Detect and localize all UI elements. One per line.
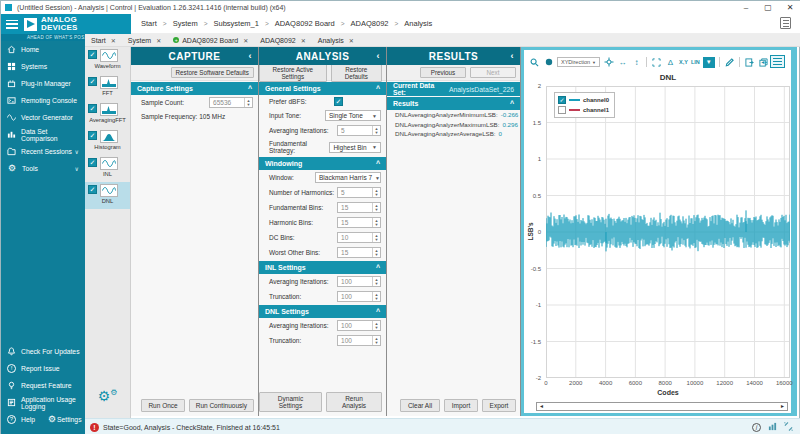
- sidebar-item-help[interactable]: ? Help: [7, 411, 35, 428]
- legend-item-channel1[interactable]: channel1: [558, 105, 609, 115]
- run-continuously-button[interactable]: Run Continuously: [189, 399, 254, 412]
- number-of-harmonics-spinner[interactable]: 5 ▲▼: [337, 187, 381, 198]
- plot-area[interactable]: ✓ channel0 channel1: [546, 86, 790, 378]
- import-button[interactable]: Import: [444, 399, 478, 412]
- window-dropdown[interactable]: Blackman Harris 7 ▼: [315, 172, 381, 183]
- layout-resize-icon[interactable]: [784, 422, 793, 433]
- xy-mode-label[interactable]: X,Y: [679, 59, 688, 65]
- xy-direction-button[interactable]: XYDirection ▼: [557, 57, 600, 67]
- chart-menu-button[interactable]: [770, 55, 785, 68]
- spinner-arrows-icon[interactable]: ▲▼: [244, 98, 252, 107]
- inl-settings-section[interactable]: INL Settings: [265, 264, 306, 271]
- dc-bins-spinner[interactable]: 10 ▲▼: [337, 232, 381, 243]
- breadcrumb-item[interactable]: Subsystem_1: [213, 19, 258, 28]
- breadcrumb-item[interactable]: ADAQ8092: [351, 19, 389, 28]
- averagingfft-checkbox[interactable]: ✓: [88, 104, 97, 113]
- dnl-checkbox[interactable]: ✓: [88, 185, 97, 194]
- close-tab-icon[interactable]: ✕: [156, 37, 161, 44]
- collapse-section-icon[interactable]: ^: [376, 308, 380, 315]
- inl-checkbox[interactable]: ✓: [88, 158, 97, 167]
- tab-start[interactable]: Start ✕: [91, 37, 116, 44]
- tray-item-histogram[interactable]: ✓ Histogram: [85, 128, 130, 155]
- tray-settings-gear-icon[interactable]: ⚙⚙: [85, 388, 130, 404]
- restore-software-defaults-button[interactable]: Restore Software Defaults: [171, 67, 255, 78]
- next-button[interactable]: Next: [470, 67, 516, 78]
- sidebar-item-plugin-manager[interactable]: Plug-in Manager: [1, 75, 85, 92]
- sidebar-item-systems[interactable]: Systems: [1, 58, 85, 75]
- info-icon[interactable]: i: [752, 423, 761, 432]
- vertical-zoom-icon[interactable]: ↕: [631, 57, 642, 68]
- sidebar-item-report-issue[interactable]: ! Report Issue: [1, 360, 85, 377]
- collapse-section-icon[interactable]: ^: [376, 264, 380, 271]
- collapse-section-icon[interactable]: ^: [510, 100, 514, 107]
- spinner-arrows-icon[interactable]: ▲▼: [372, 218, 380, 227]
- close-tab-icon[interactable]: ✕: [301, 37, 306, 44]
- sidebar-item-tools[interactable]: ⚙ Tools ∨: [1, 160, 85, 177]
- inl-truncation-spinner[interactable]: 100 ▲▼: [337, 291, 381, 302]
- zoom-icon[interactable]: [529, 57, 540, 68]
- box-zoom-icon[interactable]: Δ: [665, 57, 676, 68]
- expand-icon[interactable]: [651, 57, 662, 68]
- spinner-arrows-icon[interactable]: ▲▼: [372, 336, 380, 345]
- tray-item-averagingfft[interactable]: ✓ AveragingFFT: [85, 101, 130, 128]
- sidebar-item-remoting-console[interactable]: Remoting Console: [1, 92, 85, 109]
- spinner-arrows-icon[interactable]: ▲▼: [372, 248, 380, 257]
- spinner-arrows-icon[interactable]: ▲▼: [372, 292, 380, 301]
- spinner-arrows-icon[interactable]: ▲▼: [372, 126, 380, 135]
- tab-analysis[interactable]: Analysis ✕: [318, 37, 354, 44]
- collapse-section-icon[interactable]: ^: [248, 85, 252, 92]
- pan-icon[interactable]: [603, 57, 614, 68]
- general-settings-section[interactable]: General Settings: [265, 85, 321, 92]
- waveform-checkbox[interactable]: ✓: [88, 50, 97, 59]
- spinner-arrows-icon[interactable]: ▲▼: [372, 233, 380, 242]
- tab-adaq8092-board[interactable]: + ADAQ8092 Board ✕: [173, 37, 248, 44]
- sidebar-item-data-set-comparison[interactable]: Data Set Comparison: [1, 126, 85, 143]
- fundamental-bins-spinner[interactable]: 15 ▲▼: [337, 202, 381, 213]
- channel0-visibility-checkbox[interactable]: ✓: [558, 96, 566, 104]
- spinner-arrows-icon[interactable]: ▲▼: [372, 277, 380, 286]
- collapse-section-icon[interactable]: ^: [376, 160, 380, 167]
- tab-adaq8092[interactable]: ADAQ8092 ✕: [260, 37, 305, 44]
- breadcrumb-item[interactable]: Start: [141, 19, 157, 28]
- restore-active-settings-button[interactable]: Restore Active Settings: [259, 64, 327, 82]
- marker-dropdown-button[interactable]: ▼: [703, 57, 715, 68]
- sidebar-item-vector-generator[interactable]: Vector Generator: [1, 109, 85, 126]
- sidebar-item-home[interactable]: Home: [1, 41, 85, 58]
- sample-count-spinner[interactable]: 65536 ▲▼: [209, 97, 253, 108]
- collapse-panel-icon[interactable]: ‹: [377, 51, 381, 61]
- dnl-settings-section[interactable]: DNL Settings: [265, 308, 309, 315]
- histogram-checkbox[interactable]: ✓: [88, 131, 97, 140]
- breadcrumb-item[interactable]: System: [173, 19, 198, 28]
- scroll-right-icon[interactable]: ►: [780, 403, 785, 410]
- close-tab-icon[interactable]: ✕: [111, 37, 116, 44]
- fit-view-icon[interactable]: [543, 57, 554, 68]
- dnl-truncation-spinner[interactable]: 100 ▲▼: [337, 335, 381, 346]
- linear-scale-label[interactable]: LIN: [691, 59, 700, 65]
- breadcrumb-item[interactable]: ADAQ8092 Board: [275, 19, 335, 28]
- collapse-panel-icon[interactable]: ‹: [249, 51, 253, 61]
- close-button[interactable]: ✕: [779, 3, 800, 12]
- previous-button[interactable]: Previous: [420, 67, 466, 78]
- worst-other-bins-spinner[interactable]: 15 ▲▼: [337, 247, 381, 258]
- export-button[interactable]: Export: [482, 399, 516, 412]
- windowing-section[interactable]: Windowing: [265, 160, 302, 167]
- usage-meter-icon[interactable]: [768, 422, 777, 433]
- dynamic-settings-button[interactable]: Dynamic Settings: [259, 392, 322, 412]
- collapse-section-icon[interactable]: ^: [376, 85, 380, 92]
- channel1-visibility-checkbox[interactable]: [558, 106, 566, 114]
- minimize-button[interactable]: –: [735, 3, 757, 12]
- legend-item-channel0[interactable]: ✓ channel0: [558, 95, 609, 105]
- close-tab-icon[interactable]: ✕: [243, 37, 248, 44]
- hamburger-menu-icon[interactable]: [6, 20, 18, 29]
- spinner-arrows-icon[interactable]: ▲▼: [372, 188, 380, 197]
- run-once-button[interactable]: Run Once: [141, 399, 184, 412]
- maximize-button[interactable]: ▢: [757, 3, 779, 12]
- spinner-arrows-icon[interactable]: ▲▼: [372, 321, 380, 330]
- sidebar-item-application-usage-logging[interactable]: Application Usage Logging: [1, 394, 85, 411]
- restore-defaults-button[interactable]: Restore Defaults: [331, 64, 382, 82]
- inl-averaging-iterations-spinner[interactable]: 100 ▲▼: [337, 276, 381, 287]
- sidebar-item-recent-sessions[interactable]: Recent Sessions ∨: [1, 143, 85, 160]
- export-image-icon[interactable]: [744, 57, 755, 68]
- sidebar-item-check-for-updates[interactable]: Check For Updates: [1, 343, 85, 360]
- harmonic-bins-spinner[interactable]: 15 ▲▼: [337, 217, 381, 228]
